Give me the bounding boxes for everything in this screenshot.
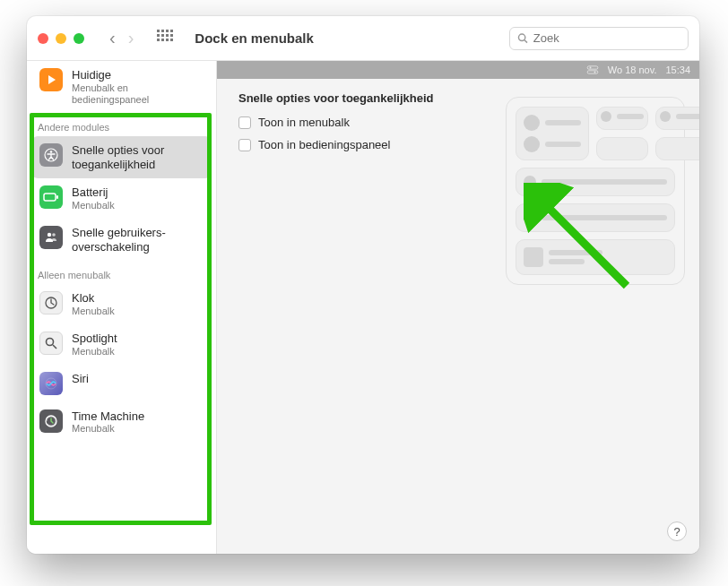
svg-rect-5 (44, 194, 56, 201)
checkbox-label: Toon in bedieningspaneel (258, 138, 390, 151)
sidebar-item-sub: Menubalk (72, 200, 115, 211)
sidebar-item-time-machine[interactable]: Time Machine Menubalk (27, 402, 216, 443)
content-pane: Wo 18 nov. 15:34 Snelle opties voor toeg… (217, 61, 699, 554)
sidebar-section-menubar-only: Alleen menubalk (27, 261, 216, 284)
preferences-window: ‹ › Dock en menubalk Huidige Menubalk en… (27, 16, 699, 554)
svg-rect-15 (587, 71, 598, 73)
sidebar-item-label: Batterij (72, 185, 115, 200)
sidebar-item-label: Time Machine (72, 409, 144, 424)
zoom-window-button[interactable] (74, 33, 84, 44)
svg-rect-6 (56, 195, 58, 199)
sidebar-item-clock[interactable]: Klok Menubalk (27, 284, 216, 324)
svg-point-8 (52, 233, 56, 237)
svg-marker-2 (48, 75, 56, 84)
clock-icon (39, 291, 63, 315)
sidebar-item-label: Klok (72, 291, 115, 306)
titlebar: ‹ › Dock en menubalk (27, 16, 699, 61)
sidebar-item-now-playing[interactable]: Huidige Menubalk en bedieningspaneel (27, 61, 216, 113)
siri-icon (39, 372, 63, 395)
svg-point-16 (589, 67, 591, 69)
control-center-icon (586, 65, 599, 74)
sidebar-item-siri[interactable]: Siri (27, 365, 216, 402)
sidebar-item-label: Snelle gebruikers-overschakeling (72, 226, 207, 254)
nav-arrows: ‹ › (109, 28, 134, 48)
battery-icon (39, 185, 63, 209)
search-icon (517, 32, 528, 44)
sidebar-item-spotlight[interactable]: Spotlight Menubalk (27, 324, 216, 365)
help-icon: ? (673, 525, 680, 539)
sidebar-item-label: Huidige (72, 68, 207, 82)
user-switch-icon (39, 226, 63, 249)
sidebar-item-fast-user-switching[interactable]: Snelle gebruikers-overschakeling (27, 219, 216, 261)
options-heading: Snelle opties voor toegankelijkheid (238, 91, 433, 105)
sidebar-item-sub: Menubalk (72, 306, 115, 317)
svg-point-7 (48, 233, 51, 237)
spotlight-icon (39, 332, 63, 355)
menubar-date: Wo 18 nov. (608, 65, 657, 75)
sidebar-item-accessibility-shortcuts[interactable]: Snelle opties voor toegankelijkheid (32, 136, 211, 178)
checkbox-icon (238, 116, 251, 129)
control-center-preview (506, 97, 685, 285)
svg-point-4 (50, 151, 53, 153)
search-field[interactable] (509, 27, 689, 50)
sidebar-item-sub: Menubalk (72, 346, 117, 358)
help-button[interactable]: ? (667, 521, 687, 541)
close-window-button[interactable] (38, 33, 48, 44)
svg-line-1 (524, 40, 527, 43)
svg-point-10 (47, 338, 54, 345)
svg-point-0 (518, 34, 524, 40)
forward-button[interactable]: › (128, 28, 134, 48)
sidebar-item-battery[interactable]: Batterij Menubalk (27, 178, 216, 219)
menubar-preview: Wo 18 nov. 15:34 (217, 61, 699, 79)
svg-point-17 (594, 72, 595, 73)
show-all-button[interactable] (157, 30, 175, 47)
sidebar-item-label: Snelle opties voor toegankelijkheid (72, 143, 202, 171)
svg-rect-14 (587, 66, 598, 69)
accessibility-icon (39, 143, 63, 167)
now-playing-icon (39, 68, 63, 91)
menubar-time: 15:34 (665, 65, 690, 75)
search-input[interactable] (533, 31, 680, 45)
window-title: Dock en menubalk (195, 30, 314, 46)
svg-line-11 (53, 345, 56, 349)
checkbox-label: Toon in menubalk (258, 116, 350, 129)
sidebar-item-sub: Menubalk (72, 423, 144, 435)
show-in-control-center-checkbox[interactable]: Toon in bedieningspaneel (238, 138, 433, 151)
sidebar-section-other-modules: Andere modules (27, 113, 216, 136)
sidebar-item-label: Spotlight (72, 332, 117, 346)
options-group: Snelle opties voor toegankelijkheid Toon… (238, 91, 433, 160)
checkbox-icon (238, 139, 251, 151)
traffic-lights (38, 33, 84, 44)
sidebar: Huidige Menubalk en bedieningspaneel And… (27, 61, 217, 554)
sidebar-item-sub: Menubalk en bedieningspaneel (72, 82, 207, 106)
time-machine-icon (39, 409, 63, 433)
show-in-menubar-checkbox[interactable]: Toon in menubalk (238, 116, 433, 129)
sidebar-item-label: Siri (72, 372, 89, 386)
back-button[interactable]: ‹ (109, 28, 116, 48)
minimize-window-button[interactable] (56, 33, 66, 44)
